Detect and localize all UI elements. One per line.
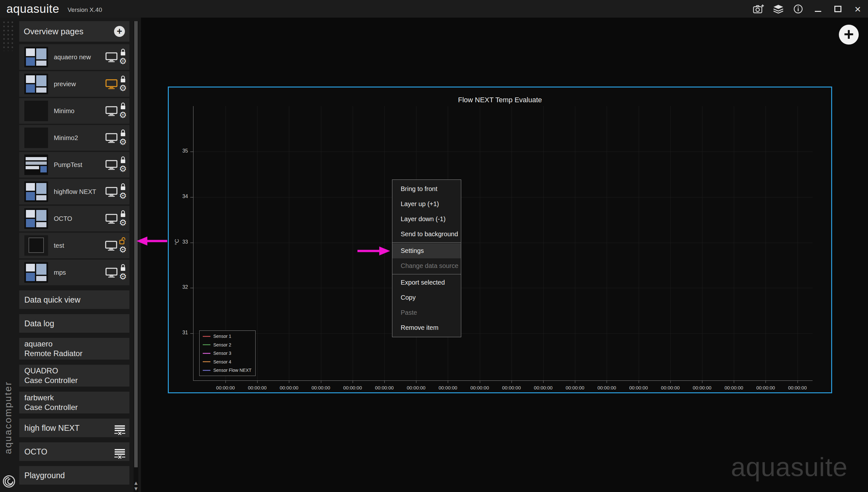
- y-tick: [190, 243, 193, 243]
- menu-item-settings[interactable]: Settings: [392, 243, 461, 259]
- page-item-minimo[interactable]: Minimo⚙: [19, 98, 129, 124]
- gridline-y: [193, 152, 813, 152]
- sidebar-scrollbar[interactable]: ▲ ▼: [134, 21, 138, 492]
- lock-icon[interactable]: [120, 129, 126, 137]
- chart-widget[interactable]: Flow NEXT Temp Evaluate °C 00:00:0000:00…: [168, 87, 832, 393]
- sidebar-item-farbwerk[interactable]: farbwerkCase Controller: [19, 392, 129, 414]
- close-button[interactable]: ×: [852, 3, 864, 15]
- monitor-icon[interactable]: [105, 52, 117, 62]
- lock-icon[interactable]: [120, 48, 126, 56]
- gear-icon[interactable]: ⚙: [119, 137, 127, 146]
- menu-item-bring-to-front[interactable]: Bring to front: [392, 181, 461, 196]
- legend-color-line: [203, 361, 210, 362]
- gridline-x: [639, 106, 639, 380]
- page-label: preview: [54, 80, 105, 88]
- legend-entry: Sensor Flow NEXT: [203, 368, 252, 373]
- monitor-icon[interactable]: [105, 241, 117, 251]
- menu-item-send-to-background[interactable]: Send to background: [392, 227, 461, 242]
- section-title: Data log: [24, 319, 54, 328]
- legend-color-line: [203, 353, 210, 354]
- page-label: aquaero new: [54, 53, 105, 61]
- gridline-x: [797, 106, 798, 380]
- lock-open-icon[interactable]: [119, 237, 127, 245]
- info-icon[interactable]: [792, 3, 804, 15]
- gear-icon[interactable]: ⚙: [119, 272, 127, 281]
- layers-icon[interactable]: [772, 3, 784, 15]
- gear-icon[interactable]: ⚙: [119, 245, 127, 254]
- monitor-icon[interactable]: [105, 268, 117, 277]
- monitor-icon[interactable]: [105, 79, 117, 89]
- sidebar-item-data-quick-view[interactable]: Data quick view: [19, 290, 129, 309]
- y-axis-line: [193, 106, 193, 380]
- monitor-icon[interactable]: [105, 214, 117, 224]
- x-tick-label: 00:00:00: [623, 385, 654, 391]
- sidebar-item-playground[interactable]: Playground: [19, 466, 129, 485]
- screenshot-icon[interactable]: [753, 3, 764, 15]
- y-tick-label: 31: [169, 330, 188, 337]
- page-item-minimo2[interactable]: Minimo2⚙: [19, 125, 129, 151]
- canvas-watermark: aquasuite: [731, 452, 848, 482]
- x-tick: [670, 380, 671, 383]
- monitor-icon[interactable]: [105, 187, 117, 197]
- menu-item-remove-item[interactable]: Remove item: [392, 320, 461, 335]
- maximize-button[interactable]: [832, 3, 844, 15]
- y-tick-label: 33: [169, 239, 188, 246]
- sidebar-item-aquaero[interactable]: aquaeroRemote Radiator: [19, 338, 129, 360]
- section-title: high flow NEXT: [24, 423, 79, 433]
- x-tick-label: 00:00:00: [401, 385, 431, 391]
- gridline-y: [193, 333, 813, 334]
- legend-entry: Sensor 2: [203, 342, 252, 347]
- scroll-down-icon[interactable]: ▼: [134, 487, 138, 491]
- menu-item-copy[interactable]: Copy: [392, 290, 461, 305]
- sidebar-item-quadro[interactable]: QUADROCase Controller: [19, 365, 129, 387]
- y-tick: [190, 197, 193, 197]
- gridline-y: [193, 197, 813, 197]
- x-tick: [639, 380, 639, 383]
- page-item-preview[interactable]: preview⚙: [19, 71, 129, 97]
- x-tick-label: 00:00:00: [782, 385, 813, 391]
- page-item-aquaero-new[interactable]: aquaero new⚙: [19, 44, 129, 70]
- section-title: farbwerk: [24, 393, 124, 402]
- scroll-up-icon[interactable]: ▲: [134, 481, 138, 485]
- lock-icon[interactable]: [120, 183, 126, 191]
- x-tick-label: 00:00:00: [306, 385, 336, 391]
- menu-item-layer-down-1[interactable]: Layer down (-1): [392, 212, 461, 227]
- brand-vertical-text: aquacomputer: [3, 381, 14, 454]
- gear-icon[interactable]: ⚙: [119, 56, 127, 66]
- monitor-icon[interactable]: [105, 160, 117, 170]
- menu-item-layer-up-1[interactable]: Layer up (+1): [392, 196, 461, 212]
- lock-icon[interactable]: [120, 75, 126, 83]
- sidebar-item-octo[interactable]: OCTO: [19, 442, 129, 461]
- page-item-octo[interactable]: OCTO⚙: [19, 206, 129, 231]
- monitor-icon[interactable]: [105, 106, 117, 116]
- add-page-icon[interactable]: +: [114, 26, 125, 37]
- gear-icon[interactable]: ⚙: [119, 164, 127, 173]
- lock-icon[interactable]: [120, 156, 126, 164]
- gear-icon[interactable]: ⚙: [119, 83, 127, 93]
- x-tick: [543, 380, 544, 383]
- section-subtitle: Case Controller: [24, 402, 124, 412]
- gear-icon[interactable]: ⚙: [119, 191, 127, 200]
- menu-item-export-selected[interactable]: Export selected: [392, 275, 461, 290]
- gridline-x: [257, 106, 258, 380]
- gear-icon[interactable]: ⚙: [119, 110, 127, 120]
- lock-icon[interactable]: [120, 264, 126, 272]
- minimize-button[interactable]: [812, 3, 824, 15]
- add-widget-button[interactable]: +: [839, 25, 859, 45]
- legend-color-line: [203, 336, 210, 337]
- page-item-highflow-next[interactable]: highflow NEXT⚙: [19, 179, 129, 204]
- x-tick-label: 00:00:00: [369, 385, 400, 391]
- page-item-pumptest[interactable]: PumpTest⚙: [19, 152, 129, 177]
- page-item-mps[interactable]: mps⚙: [19, 260, 129, 285]
- page-item-test[interactable]: test⚙: [19, 233, 129, 259]
- sidebar-item-data-log[interactable]: Data log: [19, 314, 129, 333]
- page-thumbnail: [24, 262, 48, 283]
- overview-pages-header[interactable]: Overview pages +: [19, 21, 129, 42]
- sidebar-item-high-flow-next[interactable]: high flow NEXT: [19, 419, 129, 437]
- monitor-icon[interactable]: [105, 133, 117, 143]
- gear-icon[interactable]: ⚙: [119, 218, 127, 227]
- overview-pages-label: Overview pages: [24, 27, 83, 36]
- lock-icon[interactable]: [120, 210, 126, 218]
- lock-icon[interactable]: [120, 102, 126, 110]
- section-title: Playground: [24, 471, 65, 480]
